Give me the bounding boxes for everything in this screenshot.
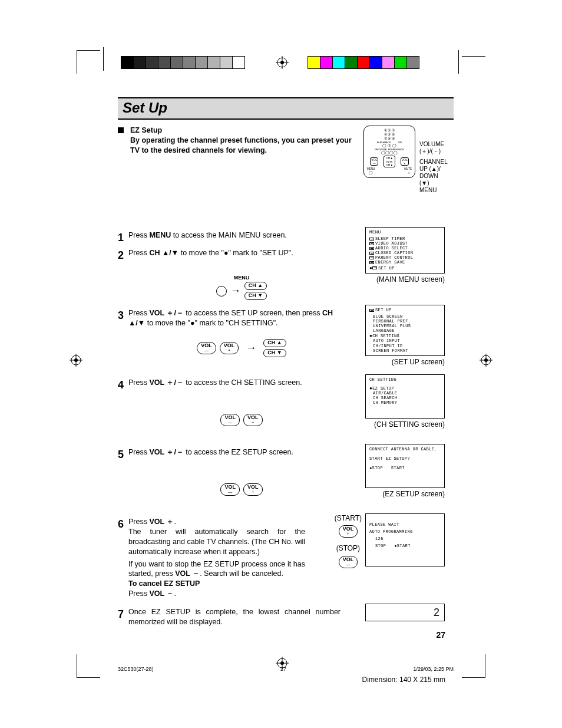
section-intro: By operating the channel preset function… [130, 136, 352, 154]
step-7-number: 7 [118, 607, 128, 621]
ez-setup-screen: CONNECT ANTENNA OR CABLE. START EZ SETUP… [365, 444, 445, 488]
registration-mark-left [70, 354, 82, 369]
step-4-controls: VOL— VOL+ [118, 413, 365, 426]
page-content: Set Up EZ Setup By operating the channel… [118, 97, 454, 632]
registration-mark-right [480, 354, 492, 369]
registration-mark-bottom [276, 657, 289, 672]
step-1-text: Press MENU to access the MAIN MENU scree… [128, 230, 365, 241]
section-heading: EZ Setup [130, 126, 162, 134]
crop-mark-bottom-left [77, 654, 100, 678]
final-channel-screen: 2 [365, 604, 445, 621]
section-marker [118, 127, 124, 133]
vol-minus-button: VOL— [197, 342, 216, 354]
step-4-text: Press VOL ＋/－ to access the CH SETTING s… [128, 378, 365, 388]
main-menu-screen-label: (MAIN MENU screen) [365, 275, 445, 284]
ez-setup-screen-label: (EZ SETUP screen) [365, 489, 445, 499]
crop-mark-top-right-h [462, 56, 485, 57]
crop-mark-top-left [77, 50, 100, 74]
step-1-number: 1 [118, 230, 128, 245]
step-3-text: Press VOL ＋/－ to access the SET UP scree… [128, 308, 340, 328]
registration-mark-top [276, 56, 289, 71]
step-3-controls: VOL— VOL+ → CH ▲ CH ▼ [118, 339, 365, 357]
page-title: Set Up [123, 100, 449, 116]
dimension-note: Dimension: 140 X 215 mm [362, 676, 445, 684]
ch-up-button: CH ▲ [244, 282, 267, 290]
step-3-number: 3 [118, 308, 128, 322]
step-5-text: Press VOL ＋/－ to access the EZ SETUP scr… [128, 447, 365, 457]
progress-screen: PLEASE WAIT AUTO PROGRAMMING 125 STOP ●S… [365, 513, 445, 566]
step-2-number: 2 [118, 248, 128, 262]
step-6-controls: (START) VOL+ (STOP) VOL— [335, 513, 362, 568]
ch-down-button: CH ▼ [244, 292, 267, 300]
title-bar: Set Up [118, 97, 454, 120]
svg-point-3 [280, 61, 284, 64]
step-7-text: Once EZ SETUP is complete, the lowest ch… [128, 607, 340, 627]
setup-screen: SET UP BLUE SCREEN PERSONAL PREF. UNIVER… [365, 305, 445, 356]
crop-mark-top-left-v [103, 47, 104, 71]
crop-mark-top-right-v [458, 50, 459, 74]
step-2-controls: MENU → CH ▲ CH ▼ [118, 273, 365, 300]
main-menu-screen: MENU SLEEP TIMER VIDEO ADJUST AUDIO SELE… [365, 227, 445, 274]
page-number: 27 [436, 630, 445, 640]
step-2-text: Press CH ▲/▼ to move the "●" mark to "SE… [128, 248, 365, 258]
grayscale-bar [121, 56, 244, 69]
step-6-number: 6 [118, 517, 128, 531]
ch-setting-screen-label: (CH SETTING screen) [365, 420, 445, 429]
svg-point-7 [74, 358, 78, 362]
vol-plus-button: VOL+ [220, 342, 239, 354]
footer-timestamp: 1/29/03, 2:25 PM [413, 666, 454, 672]
remote-labels: VOLUME (＋)/(－) CHANNEL UP (▲)/ DOWN (▼) … [419, 141, 449, 194]
step-5-number: 5 [118, 447, 128, 462]
setup-screen-label: (SET UP screen) [365, 357, 445, 367]
color-bar [308, 56, 419, 69]
remote-diagram: ① ② ③ ④ ⑤ ⑥ ⑦ ⑧ ⑨ FLASHBACK 100 ◯ ⓪ ◯ PE… [363, 126, 449, 178]
step-6-text: Press VOL ＋. The tuner will automaticall… [128, 517, 305, 599]
footer-file: 32C530(27-28) [118, 666, 154, 672]
ch-setting-screen: CH SETTING ●EZ SETUP AIR/CABLE CH SEARCH… [365, 374, 445, 419]
svg-point-11 [484, 358, 488, 362]
step-4-number: 4 [118, 378, 128, 392]
step-5-controls: VOL— VOL+ [118, 482, 365, 496]
svg-point-15 [280, 661, 284, 665]
crop-mark-bottom-right [462, 654, 485, 678]
